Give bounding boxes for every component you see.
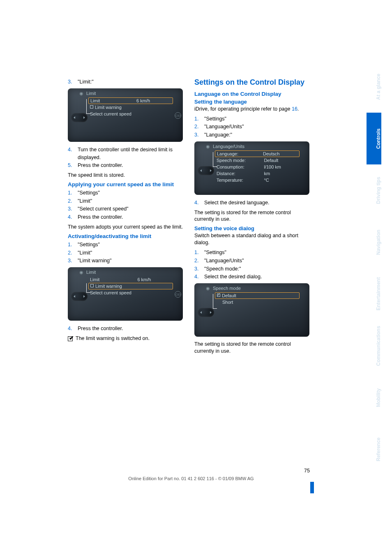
heading-language-cd: Language on the Control Display xyxy=(194,91,309,97)
right-column: Settings on the Control Display Language… xyxy=(194,78,309,357)
globe-icon: ◉ xyxy=(206,144,210,149)
idrive-knob-icon xyxy=(198,166,214,175)
gauge-icon: ◉ xyxy=(79,270,83,275)
tab-mobility[interactable]: Mobility xyxy=(367,372,381,423)
tab-at-a-glance[interactable]: At a glance xyxy=(367,61,381,113)
screenshot-speech-mode: ◉ Speech mode Default Short xyxy=(194,283,309,337)
idrive-knob-icon xyxy=(71,292,88,301)
heading-applying-speed: Applying your current speed as the limit xyxy=(68,181,183,187)
idrive-knob-icon xyxy=(198,308,214,317)
screenshot-language-units: ◉ Language/Units Language:Deutsch Speech… xyxy=(194,141,309,195)
body-text: The speed limit is stored. xyxy=(68,172,183,179)
screenshot-limit-1: ◉ Limit Limit6 km/h Limit warning Select… xyxy=(68,88,183,142)
fig-title: Limit xyxy=(86,91,96,96)
heading-voice-dialog: Setting the voice dialog xyxy=(194,225,309,231)
tab-reference[interactable]: Reference xyxy=(367,423,381,475)
gauge-icon: ◉ xyxy=(79,91,83,96)
page-marker xyxy=(310,482,314,493)
page-number: 75 xyxy=(304,468,310,474)
checkbox-icon xyxy=(90,105,93,109)
heading-activating-limit: Activating/deactivating the limit xyxy=(68,233,183,239)
checkbox-icon xyxy=(90,284,94,287)
tab-entertainment[interactable]: Entertainment xyxy=(367,268,381,320)
page-content: 3."Limit:" ◉ Limit Limit6 km/h Limit war… xyxy=(0,0,325,374)
tab-navigation[interactable]: Navigation xyxy=(367,216,381,268)
tab-controls[interactable]: Controls xyxy=(367,113,381,164)
checkbox-checked-icon xyxy=(68,335,74,341)
side-tabs: At a glance Controls Driving tips Naviga… xyxy=(367,61,392,475)
cid-icon: CID xyxy=(175,291,181,298)
heading-settings-control-display: Settings on the Control Display xyxy=(194,78,309,87)
step-text: "Limit:" xyxy=(78,79,94,85)
page-link-16[interactable]: 16 xyxy=(292,106,297,112)
screenshot-limit-2: ◉ Limit Limit6 km/h Limit warning Select… xyxy=(68,267,183,321)
check-icon xyxy=(217,294,220,297)
tab-driving-tips[interactable]: Driving tips xyxy=(367,164,381,216)
idrive-knob-icon xyxy=(71,113,88,122)
tab-communications[interactable]: Communications xyxy=(367,320,381,372)
footer-text: Online Edition for Part no. 01 41 2 602 … xyxy=(68,476,314,481)
step-num: 3. xyxy=(68,78,72,86)
heading-setting-language: Setting the language xyxy=(194,99,309,105)
globe-icon: ◉ xyxy=(206,286,210,291)
cid-icon: CID xyxy=(175,112,181,119)
left-column: 3."Limit:" ◉ Limit Limit6 km/h Limit war… xyxy=(68,78,183,357)
